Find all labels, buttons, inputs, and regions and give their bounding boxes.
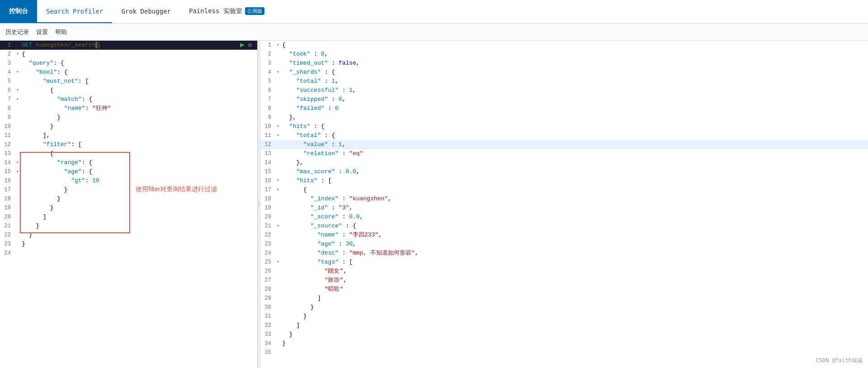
annotation-label: 使用filter对查询结果进行过滤 <box>136 185 217 193</box>
code-line-5: 5 "must_not": [ <box>0 77 257 86</box>
code-line-24: 24 <box>0 249 257 258</box>
left-code-editor[interactable]: 1 GET kuangshen/_search| ▶ ⚙ 2 ▾ { 3 "qu… <box>0 41 257 368</box>
tools-icon[interactable]: ⚙ <box>248 41 252 50</box>
r-code-line-27: 27 "旅游", <box>260 276 868 285</box>
code-line-8: 8 "name": "狂神" <box>0 104 257 113</box>
r-code-line-28: 28 "唱歌" <box>260 285 868 294</box>
tab-grok-debugger[interactable]: Grok Debugger <box>112 0 180 23</box>
help-button[interactable]: 帮助 <box>55 28 67 36</box>
code-line-10: 10 } <box>0 122 257 131</box>
r-code-line-13: 13 "relation" : "eq" <box>260 149 868 158</box>
r-code-line-23: 23 "age" : 30, <box>260 240 868 249</box>
r-code-line-33: 33 } <box>260 330 868 339</box>
r-code-line-31: 31 } <box>260 312 868 321</box>
code-line-22: 22 } <box>0 231 257 240</box>
r-code-line-2: 2 "took" : 0, <box>260 50 868 59</box>
r-code-line-14: 14 }, <box>260 158 868 167</box>
tab-painless[interactable]: Painless 实验室 公测版 <box>180 0 274 23</box>
tab-console[interactable]: 控制台 <box>0 0 37 23</box>
history-button[interactable]: 历史记录 <box>5 28 29 36</box>
right-code-editor[interactable]: 1 ▾ { 2 "took" : 0, 3 "timed_out" : fals… <box>260 41 868 368</box>
r-code-line-4: 4 ▾ "_shards" : { <box>260 68 868 77</box>
r-code-line-17: 17 ▾ { <box>260 185 868 194</box>
r-code-line-19: 19 "_id" : "3", <box>260 203 868 212</box>
code-line-2: 2 ▾ { <box>0 50 257 59</box>
settings-button[interactable]: 设置 <box>36 28 48 36</box>
r-code-line-18: 18 "_index" : "kuangshen", <box>260 194 868 203</box>
run-icon[interactable]: ▶ <box>240 41 245 50</box>
code-line-13: 13 { <box>0 149 257 158</box>
r-code-line-25: 25 ▾ "tags" : [ <box>260 258 868 267</box>
r-code-line-24: 24 "desc" : "mmp, 不知道如何形容", <box>260 249 868 258</box>
right-editor-pane: 1 ▾ { 2 "took" : 0, 3 "timed_out" : fals… <box>260 41 868 368</box>
code-line-16: 16 "gt": 10 <box>0 176 257 185</box>
r-code-line-6: 6 "successful" : 1, <box>260 86 868 95</box>
top-navigation: 控制台 Search Profiler Grok Debugger Painle… <box>0 0 868 24</box>
r-code-line-22: 22 "name" : "李四233", <box>260 231 868 240</box>
code-line-23: 23 } <box>0 240 257 249</box>
code-line-15: 15 ▾ "age": { <box>0 167 257 176</box>
code-line-12: 12 "filter": [ <box>0 140 257 149</box>
code-line-20: 20 ] <box>0 212 257 222</box>
r-code-line-16: 16 ▾ "hits" : [ <box>260 176 868 185</box>
code-line-6: 6 ▾ { <box>0 86 257 95</box>
code-line-17: 17 } <box>0 185 257 194</box>
r-code-line-10: 10 ▾ "hits" : { <box>260 122 868 131</box>
r-code-line-8: 8 "failed" : 0 <box>260 104 868 113</box>
secondary-navigation: 历史记录 设置 帮助 200 - OK 20 ms <box>0 24 868 41</box>
r-code-line-9: 9 }, <box>260 113 868 122</box>
r-code-line-20: 20 "_score" : 0.0, <box>260 212 868 222</box>
r-code-line-29: 29 ] <box>260 294 868 303</box>
r-code-line-1: 1 ▾ { <box>260 41 868 50</box>
code-line-3: 3 "query": { <box>0 59 257 68</box>
code-line-14: 14 ▾ "range": { <box>0 158 257 167</box>
code-line-4: 4 ▾ "bool": { <box>0 68 257 77</box>
r-code-line-11: 11 ▾ "total" : { <box>260 131 868 140</box>
code-line-7: 7 ▾ "match": { <box>0 95 257 104</box>
r-code-line-26: 26 "靓女", <box>260 267 868 276</box>
watermark-label: CSDN @faith瑞诚 <box>816 357 863 364</box>
r-code-line-15: 15 "max_score" : 0.0, <box>260 167 868 176</box>
method-line: 1 GET kuangshen/_search| ▶ ⚙ <box>0 41 257 50</box>
r-code-line-5: 5 "total" : 1, <box>260 77 868 86</box>
r-code-line-32: 32 ] <box>260 321 868 330</box>
code-line-11: 11 ], <box>0 131 257 140</box>
code-line-19: 19 } <box>0 203 257 212</box>
r-code-line-30: 30 } <box>260 303 868 312</box>
beta-badge: 公测版 <box>245 7 264 15</box>
tab-search-profiler[interactable]: Search Profiler <box>37 0 112 23</box>
left-editor-pane: 1 GET kuangshen/_search| ▶ ⚙ 2 ▾ { 3 "qu… <box>0 41 258 368</box>
main-content: 1 GET kuangshen/_search| ▶ ⚙ 2 ▾ { 3 "qu… <box>0 41 868 368</box>
r-code-line-3: 3 "timed_out" : false, <box>260 59 868 68</box>
r-code-line-35: 35 <box>260 348 868 357</box>
code-line-9: 9 } <box>0 113 257 122</box>
r-code-line-7: 7 "skipped" : 0, <box>260 95 868 104</box>
code-line-21: 21 } <box>0 222 257 231</box>
r-code-line-21: 21 ▾ "_source" : { <box>260 222 868 231</box>
r-code-line-34: 34 } <box>260 339 868 348</box>
code-line-18: 18 } <box>0 194 257 203</box>
r-code-line-12: 12 "value" : 1, <box>260 140 868 149</box>
